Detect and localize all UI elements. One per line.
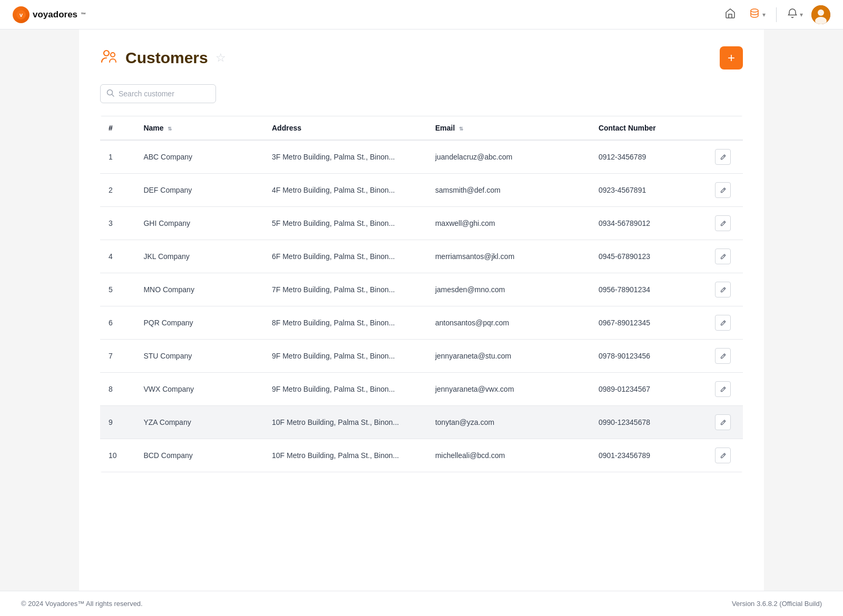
cell-address: 8F Metro Building, Palma St., Binon...: [263, 306, 427, 340]
edit-button[interactable]: [715, 149, 731, 165]
cell-action: [707, 174, 743, 207]
table-row: 8 VWX Company 9F Metro Building, Palma S…: [100, 373, 743, 406]
edit-button[interactable]: [715, 249, 731, 264]
add-customer-button[interactable]: +: [720, 46, 743, 69]
notifications-button[interactable]: ▾: [783, 5, 807, 24]
cell-contact: 0945-67890123: [590, 240, 707, 273]
edit-button[interactable]: [715, 381, 731, 397]
database-icon: [749, 7, 760, 22]
cell-contact: 0989-01234567: [590, 373, 707, 406]
edit-button[interactable]: [715, 448, 731, 463]
cell-name: VWX Company: [135, 373, 263, 406]
cell-address: 9F Metro Building, Palma St., Binon...: [263, 373, 427, 406]
version-text: Version 3.6.8.2 (Official Build): [732, 600, 822, 608]
customers-icon: [100, 47, 118, 69]
svg-point-2: [751, 9, 758, 12]
table-header: # Name ⇅ Address Email ⇅ Contact Number: [100, 116, 743, 141]
cell-email: michelleali@bcd.com: [427, 439, 590, 472]
table-row: 1 ABC Company 3F Metro Building, Palma S…: [100, 140, 743, 174]
edit-button[interactable]: [715, 182, 731, 198]
cell-email: merriamsantos@jkl.com: [427, 240, 590, 273]
col-header-hash: #: [100, 116, 135, 141]
cell-name: PQR Company: [135, 306, 263, 340]
favorite-icon[interactable]: ☆: [215, 51, 226, 65]
col-header-contact: Contact Number: [590, 116, 707, 141]
table-row: 5 MNO Company 7F Metro Building, Palma S…: [100, 273, 743, 306]
table-body: 1 ABC Company 3F Metro Building, Palma S…: [100, 140, 743, 472]
svg-point-6: [104, 51, 109, 56]
cell-address: 6F Metro Building, Palma St., Binon...: [263, 240, 427, 273]
cell-email: jennyaraneta@vwx.com: [427, 373, 590, 406]
svg-point-7: [111, 53, 115, 57]
cell-contact: 0934-56789012: [590, 207, 707, 240]
sort-icon-email[interactable]: ⇅: [459, 126, 463, 132]
cell-id: 10: [100, 439, 135, 472]
cell-id: 7: [100, 340, 135, 373]
table-row: 2 DEF Company 4F Metro Building, Palma S…: [100, 174, 743, 207]
home-icon: [724, 7, 736, 22]
cell-email: maxwell@ghi.com: [427, 207, 590, 240]
cell-id: 2: [100, 174, 135, 207]
copyright-text: © 2024 Voyadores™ All rights reserved.: [21, 600, 143, 608]
col-header-address: Address: [263, 116, 427, 141]
edit-button[interactable]: [715, 215, 731, 231]
brand-logo[interactable]: v voyadores™: [13, 6, 86, 23]
cell-name: YZA Company: [135, 406, 263, 439]
cell-id: 3: [100, 207, 135, 240]
cell-id: 4: [100, 240, 135, 273]
cell-email: jennyaraneta@stu.com: [427, 340, 590, 373]
svg-text:v: v: [19, 12, 23, 18]
table-row: 7 STU Company 9F Metro Building, Palma S…: [100, 340, 743, 373]
table-row: 4 JKL Company 6F Metro Building, Palma S…: [100, 240, 743, 273]
cell-address: 5F Metro Building, Palma St., Binon...: [263, 207, 427, 240]
cell-email: tonytan@yza.com: [427, 406, 590, 439]
cell-action: [707, 406, 743, 439]
cell-address: 7F Metro Building, Palma St., Binon...: [263, 273, 427, 306]
cell-action: [707, 240, 743, 273]
cell-email: juandelacruz@abc.com: [427, 140, 590, 174]
col-header-action: [707, 116, 743, 141]
cell-name: BCD Company: [135, 439, 263, 472]
cell-contact: 0923-4567891: [590, 174, 707, 207]
cell-contact: 0912-3456789: [590, 140, 707, 174]
bell-icon: [787, 8, 798, 21]
navbar-actions: ▾ ▾: [720, 4, 830, 25]
cell-id: 9: [100, 406, 135, 439]
cell-name: STU Company: [135, 340, 263, 373]
bell-chevron: ▾: [800, 11, 803, 18]
cell-email: samsmith@def.com: [427, 174, 590, 207]
col-header-name: Name ⇅: [135, 116, 263, 141]
page-header: Customers ☆ +: [100, 46, 743, 69]
cell-action: [707, 273, 743, 306]
edit-button[interactable]: [715, 348, 731, 364]
page-title-group: Customers ☆: [100, 47, 226, 69]
footer: © 2024 Voyadores™ All rights reserved. V…: [0, 591, 843, 616]
cell-address: 9F Metro Building, Palma St., Binon...: [263, 340, 427, 373]
edit-button[interactable]: [715, 315, 731, 331]
cell-contact: 0901-23456789: [590, 439, 707, 472]
edit-button[interactable]: [715, 414, 731, 430]
avatar[interactable]: [811, 5, 830, 24]
search-input[interactable]: [100, 84, 216, 103]
cell-name: DEF Company: [135, 174, 263, 207]
cell-address: 10F Metro Building, Palma St., Binon...: [263, 406, 427, 439]
cell-email: antonsantos@pqr.com: [427, 306, 590, 340]
cell-name: GHI Company: [135, 207, 263, 240]
col-header-email: Email ⇅: [427, 116, 590, 141]
edit-button[interactable]: [715, 282, 731, 297]
sort-icon-name[interactable]: ⇅: [168, 126, 172, 132]
home-button[interactable]: [720, 4, 740, 25]
cell-action: [707, 207, 743, 240]
database-button[interactable]: ▾: [744, 4, 770, 25]
cell-action: [707, 140, 743, 174]
cell-id: 6: [100, 306, 135, 340]
cell-name: ABC Company: [135, 140, 263, 174]
cell-contact: 0990-12345678: [590, 406, 707, 439]
svg-point-4: [818, 9, 824, 16]
page-title: Customers: [125, 49, 208, 67]
database-chevron: ▾: [762, 11, 766, 18]
cell-address: 10F Metro Building, Palma St., Binon...: [263, 439, 427, 472]
brand-name: voyadores: [33, 9, 77, 20]
table-row: 3 GHI Company 5F Metro Building, Palma S…: [100, 207, 743, 240]
cell-action: [707, 439, 743, 472]
